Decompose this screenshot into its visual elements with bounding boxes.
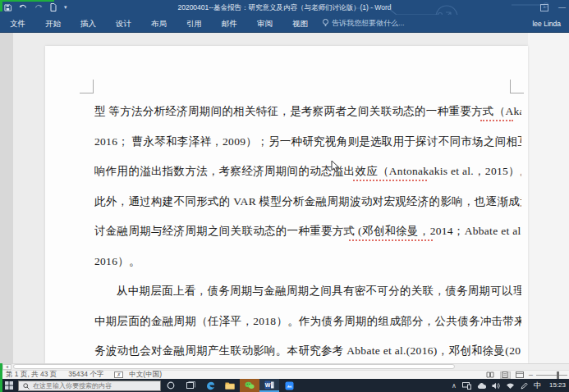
new-document-icon[interactable]: [50, 3, 57, 11]
wechat-icon[interactable]: [240, 379, 259, 392]
text-boundary-cropmark-left: [80, 80, 94, 93]
proofing-status-icon[interactable]: ✗: [114, 371, 123, 378]
volume-icon[interactable]: [492, 378, 500, 392]
ribbon-display-options-icon[interactable]: ^: [540, 4, 548, 11]
ribbon-tab[interactable]: 设计: [106, 15, 141, 33]
document-line[interactable]: 型 等方法分析经济周期间的相关特征，是考察两者之间关联动态的一种重要方式（Aka…: [94, 97, 521, 127]
taskbar-search-box[interactable]: [18, 381, 161, 391]
window-title: 20200401--基金报告：研究意义及内容（与老师们讨论版）(1) - Wor…: [0, 0, 569, 15]
lightbulb-icon: [323, 19, 328, 29]
ribbon-tabs: 文件开始插入设计布局引用邮件审阅视图: [0, 15, 318, 33]
system-tray: ∧ 中 15:23: [452, 378, 569, 392]
spellcheck-squiggle: [349, 239, 433, 241]
quick-access-toolbar: ▾: [4, 2, 67, 13]
spellcheck-squiggle: [480, 120, 513, 121]
ribbon-tab[interactable]: 开始: [35, 15, 71, 33]
qat-customize-dropdown-icon[interactable]: ▾: [64, 4, 67, 11]
minimize-button[interactable]: —: [558, 2, 566, 13]
workspace-right-margin: [528, 33, 569, 363]
device-sync-icon[interactable]: [462, 378, 471, 392]
ribbon-tab[interactable]: 布局: [141, 15, 177, 33]
ribbon-tab[interactable]: 引用: [177, 15, 212, 33]
title-bar: 20200401--基金报告：研究意义及内容（与老师们讨论版）(1) - Wor…: [0, 0, 569, 15]
taskbar-clock[interactable]: 15:23: [547, 379, 566, 392]
network-wifi-icon[interactable]: [506, 378, 515, 392]
edge-browser-icon[interactable]: [200, 379, 220, 392]
scroll-left-button[interactable]: ◄: [2, 364, 11, 370]
search-input[interactable]: [33, 382, 156, 390]
ribbon-tab[interactable]: 文件: [0, 15, 35, 33]
spellcheck-squiggle: [353, 180, 427, 181]
text-boundary-cropmark-right: [510, 80, 524, 93]
redo-icon[interactable]: [34, 4, 43, 11]
horizontal-scrollbar-thumb[interactable]: [13, 364, 455, 369]
ribbon-tab[interactable]: 邮件: [212, 15, 247, 33]
taskbar: W ∧ 中 15:23: [0, 379, 569, 392]
save-icon[interactable]: [4, 4, 11, 11]
ribbon-tab[interactable]: 视图: [282, 15, 318, 33]
document-line[interactable]: 讨金融周期与经济周期之间关联动态的一种重要方式 (邓创和徐曼，2014；Abba…: [94, 217, 521, 247]
ime-language-indicator[interactable]: 中: [534, 381, 541, 391]
account-user-name[interactable]: lee Linda: [532, 20, 569, 28]
mouse-pointer: [331, 160, 340, 173]
cloud-icon[interactable]: [477, 378, 486, 392]
start-button[interactable]: [0, 379, 18, 392]
document-page[interactable]: 型 等方法分析经济周期间的相关特征，是考察两者之间关联动态的一种重要方式（Aka…: [45, 46, 528, 363]
document-line[interactable]: 从中期层面上看，债务周期与金融周期之间具有密不可分的关联，债务周期可以理解为: [94, 276, 521, 307]
hidden-icons-chevron[interactable]: ∧: [452, 382, 457, 390]
svg-text:W: W: [265, 382, 271, 388]
share-border-top: [0, 0, 54, 2]
undo-icon[interactable]: [19, 4, 27, 11]
ribbon-tab[interactable]: 审阅: [247, 15, 282, 33]
task-view-button[interactable]: [181, 379, 200, 392]
document-workspace: 型 等方法分析经济周期间的相关特征，是考察两者之间关联动态的一种重要方式（Aka…: [0, 33, 569, 363]
document-line[interactable]: 中期层面的金融周期（任泽平，2018）。作为债务周期的组成部分，公共债务冲击带来…: [94, 307, 521, 337]
document-text-block: 型 等方法分析经济周期间的相关特征，是考察两者之间关联动态的一种重要方式（Aka…: [94, 97, 521, 363]
share-border-left-bottom: [0, 363, 2, 392]
share-border-left-top: [0, 0, 2, 11]
zoom-slider[interactable]: [536, 375, 567, 376]
search-icon: [23, 378, 30, 392]
cortana-button[interactable]: [161, 379, 181, 392]
tell-me-label: 告诉我您想要做什么...: [332, 18, 405, 29]
meeting-app-icon[interactable]: [279, 379, 299, 392]
document-line[interactable]: 此外，通过构建不同形式的 VAR 模型分析金融周期波动对宏观经济的影响，也逐渐成…: [94, 187, 521, 217]
tell-me-box[interactable]: 告诉我您想要做什么...: [318, 18, 405, 29]
document-line[interactable]: 2016； 曹永琴和李泽祥，2009）；另一种研究视角则是选取用于探讨不同市场之…: [94, 127, 521, 157]
window-controls: ^ —: [540, 2, 566, 13]
document-line[interactable]: 2016）。: [94, 247, 521, 277]
workspace-left-margin: [0, 33, 13, 363]
document-line[interactable]: 务波动也会对金融周期产生联动影响。本研究参考 Abbate et al.(201…: [94, 336, 521, 363]
pen-input-icon[interactable]: [521, 378, 528, 392]
ribbon-tab-bar: 文件开始插入设计布局引用邮件审阅视图 告诉我您想要做什么... lee Lind…: [0, 15, 569, 33]
file-explorer-icon[interactable]: [220, 379, 240, 392]
word-taskbar-icon[interactable]: W: [259, 379, 279, 392]
document-line[interactable]: 响作用的溢出指数方法，考察经济周期间的动态溢出效应（Antonakakis et…: [94, 157, 521, 187]
ribbon-tab[interactable]: 插入: [71, 15, 106, 33]
